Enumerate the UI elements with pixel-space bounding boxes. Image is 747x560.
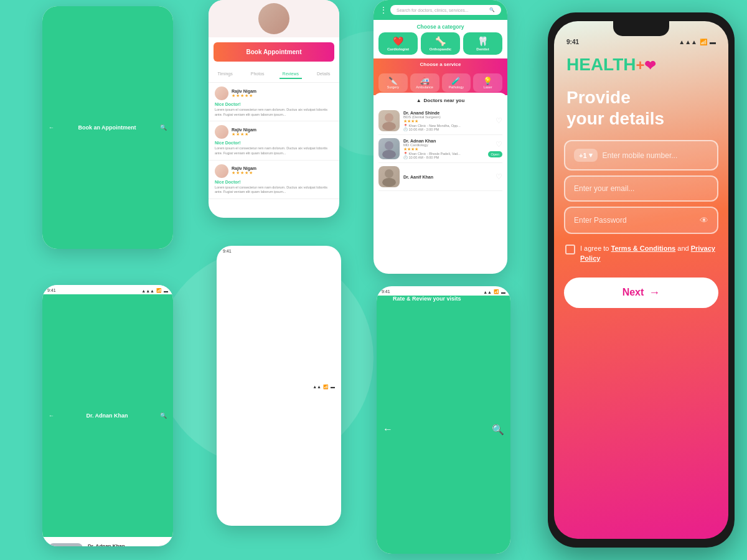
doctor-profile-title: Dr. Adnan Khan	[86, 413, 128, 419]
service-banner: Choose a service	[374, 58, 507, 70]
big-health-logo: HEALTH+❤	[554, 49, 728, 75]
doctor-profile-header: ← Dr. Adnan Khan 🔍	[42, 294, 173, 537]
category-cardiologist[interactable]: ❤️Cardiologist	[378, 32, 418, 55]
wifi-icon-4: 📶	[156, 288, 162, 293]
phone-field[interactable]: +1 ▾ Enter mobile number...	[564, 140, 718, 170]
doctor-card-aanif-khan: Dr. Aanif Khan ♡	[378, 163, 502, 191]
terms-checkbox[interactable]	[565, 245, 575, 254]
terms-link[interactable]: Terms & Conditions	[611, 245, 676, 252]
back-icon-6[interactable]: ←	[383, 424, 393, 435]
status-bar-5: 9:41 ▲▲ 📶 ▬	[217, 246, 341, 526]
category-grid: ❤️Cardiologist 🦴Orthopaedic 🦷Dentist	[374, 32, 507, 58]
back-icon[interactable]: ←	[49, 124, 54, 131]
service-pathology[interactable]: 🧪Pathology	[442, 73, 471, 92]
chevron-down-icon: ▾	[589, 151, 593, 159]
category-orthopaedic[interactable]: 🦴Orthopaedic	[421, 32, 460, 55]
review-text-1: Lorem ipsum el consectetur rem nam dolor…	[215, 108, 333, 117]
heart-icon-3[interactable]: ♡	[496, 172, 502, 181]
screen-onboarding: 9:41 ▲▲ 📶 ▬ HEALTH+❤ Easily find doctors…	[217, 246, 341, 526]
signal-icon-4: ▲▲▲	[141, 289, 154, 293]
screen-doctor-profile: 9:41 ▲▲▲ 📶 ▬ ← Dr. Adnan Khan 🔍 Dr. Adna…	[42, 285, 173, 546]
svg-point-4	[385, 141, 393, 150]
menu-icon[interactable]: ⋮	[380, 6, 387, 14]
category-title: Choose a category	[374, 20, 507, 32]
tabs-row: Timings Photos Reviews Details	[209, 67, 339, 83]
doctor-name-3: Dr. Aanif Khan	[403, 175, 492, 179]
big-logo-heart: ❤	[644, 58, 655, 73]
search-input[interactable]: Search for doctors, clinics, services...…	[390, 5, 501, 15]
heart-icon-2[interactable]: ♡	[496, 140, 502, 149]
signal-icon-5: ▲▲	[312, 385, 321, 389]
open-btn-2: Open	[488, 151, 502, 157]
battery-icon-5: ▬	[331, 385, 335, 389]
review-text-3: Lorem ipsum el consectetur rem nam dolor…	[215, 185, 333, 195]
svg-point-5	[382, 150, 396, 159]
terms-text: I agree to Terms & Conditions and Privac…	[580, 244, 717, 263]
reviewer-avatar-1	[215, 86, 228, 100]
tab-photos[interactable]: Photos	[248, 70, 268, 79]
next-arrow-icon: →	[649, 286, 660, 299]
review-2: Rajiv Nigam ★★★★ Nice Doctor! Lorem ipsu…	[209, 121, 339, 160]
search-icon-6[interactable]: 🔍	[492, 424, 504, 436]
phone-prefix[interactable]: +1 ▾	[574, 149, 598, 162]
phone-placeholder: Enter mobile number...	[603, 151, 708, 160]
doctor-time-2: 🕙 10:00 AM - 8:00 PM	[403, 156, 484, 159]
doctor-profile-section: Dr. Adnan Khan • BDS (Dental Surgeon) • …	[42, 537, 173, 546]
review-title-3: Nice Doctor!	[215, 180, 333, 184]
search-icon[interactable]: 🔍	[160, 124, 167, 131]
time-5: 9:41	[223, 249, 232, 525]
big-phone: 9:41 ▲▲▲ 📶 ▬ HEALTH+❤ Provide your detai…	[548, 12, 735, 548]
svg-point-7	[382, 178, 396, 187]
search-bar: ⋮ Search for doctors, clinics, services.…	[374, 0, 507, 20]
svg-point-2	[385, 113, 393, 122]
service-ambulance[interactable]: 🚑Ambulance	[410, 73, 439, 92]
service-surgery[interactable]: 🔪Surgery	[378, 73, 408, 92]
wifi-icon-5: 📶	[323, 385, 329, 390]
svg-rect-8	[49, 543, 83, 546]
book-appointment-banner[interactable]: Book Appointment	[214, 42, 334, 62]
review-3: Rajiv Nigam ★★★★★ Nice Doctor! Lorem ips…	[209, 161, 339, 199]
wifi-icon-6: 📶	[494, 289, 499, 294]
svg-point-3	[382, 122, 396, 131]
signal-icon-6: ▲▲	[483, 290, 492, 294]
service-laser[interactable]: 💡Laser	[473, 73, 502, 92]
reviewer-stars-2: ★★★★	[232, 132, 256, 137]
big-logo-health: HEALTH	[566, 55, 636, 74]
big-battery-icon: ▬	[710, 39, 716, 45]
doc-profile-name: Dr. Adnan Khan	[88, 543, 154, 546]
reviewer-avatar-2	[215, 125, 228, 139]
heart-icon-1[interactable]: ♡	[496, 116, 502, 125]
doctor-avatar-1	[378, 110, 400, 131]
tab-reviews[interactable]: Reviews	[280, 70, 302, 79]
doctor-time-1: 🕙 10:00 AM - 2:00 PM	[403, 128, 492, 131]
big-time: 9:41	[566, 39, 579, 45]
next-label: Next	[622, 287, 644, 298]
password-placeholder: Enter Password	[574, 216, 695, 225]
review-1: Rajiv Nigam ★★★★★ Nice Doctor! Lorem ips…	[209, 83, 339, 121]
svg-point-6	[385, 169, 393, 178]
rate-review-title: Rate & Review your visits	[393, 296, 492, 554]
tab-timings[interactable]: Timings	[215, 70, 236, 79]
doc-profile-info: Dr. Adnan Khan • BDS (Dental Surgeon) • …	[88, 543, 154, 546]
email-field[interactable]: Enter your email...	[564, 175, 718, 202]
doctor-stars-2: ★★★★	[403, 147, 484, 152]
reviewer-stars-1: ★★★★★	[232, 93, 256, 98]
battery-icon-6: ▬	[501, 290, 505, 294]
big-phone-screen: 9:41 ▲▲▲ 📶 ▬ HEALTH+❤ Provide your detai…	[554, 21, 728, 539]
provide-title: Provide your details	[554, 75, 728, 135]
tab-details[interactable]: Details	[314, 70, 333, 79]
next-button[interactable]: Next →	[564, 278, 718, 308]
battery-icon-4: ▬	[164, 289, 168, 293]
back-icon-4[interactable]: ←	[49, 413, 54, 419]
screen-rate-review: 9:41 ▲▲ 📶 ▬ ← Rate & Review your visits …	[377, 286, 510, 554]
screen-reviews: Book Appointment Timings Photos Reviews …	[209, 0, 339, 218]
doctor-name-1: Dr. Anand Shinde	[403, 111, 492, 115]
search-icon-4[interactable]: 🔍	[160, 413, 167, 419]
screen-doctors-near-you: ⋮ Search for doctors, clinics, services.…	[374, 0, 507, 274]
screen1-title: Book an Appointment	[78, 124, 136, 131]
category-dentist[interactable]: 🦷Dentist	[463, 32, 502, 55]
password-field[interactable]: Enter Password 👁	[564, 207, 718, 234]
big-logo-plus: +	[636, 57, 644, 73]
review-title-1: Nice Doctor!	[215, 102, 333, 106]
eye-icon[interactable]: 👁	[700, 215, 708, 225]
